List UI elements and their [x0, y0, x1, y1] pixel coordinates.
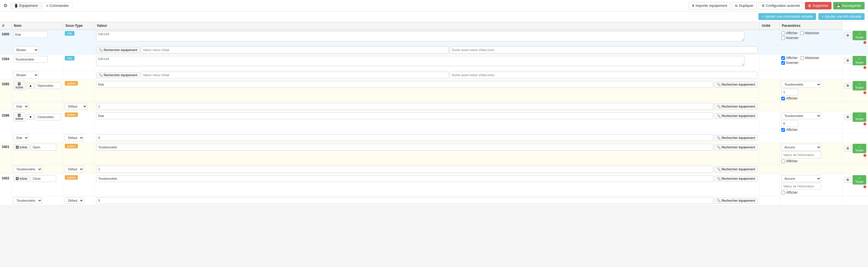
config-btn-3395[interactable]: ⚙ [844, 83, 851, 89]
config-btn-3394[interactable]: ⚙ [844, 58, 851, 64]
afficher-check-3400[interactable] [781, 31, 785, 35]
rechercher2-btn-3396[interactable]: 🔍 Rechercher équipement [714, 135, 757, 141]
retour-etat-input-3400[interactable] [141, 46, 449, 53]
sauvegarder-button[interactable]: 💾 Sauvegarder [833, 2, 865, 9]
params-select-3401[interactable]: Aucune Touslesvolets [781, 144, 821, 151]
soustype-select-3402[interactable]: Défaut [65, 197, 84, 204]
tester-btn-3400[interactable]: ✓ Tester [852, 31, 866, 40]
etat-input-3396[interactable] [96, 112, 713, 119]
config-btn-3402[interactable]: ⚙ [844, 177, 851, 183]
tester-btn-3394[interactable]: ✓ Tester [852, 56, 866, 65]
etat-input-3401[interactable] [96, 144, 713, 151]
etat-select-3395[interactable]: Etat [13, 103, 29, 110]
etat-select-3401[interactable]: Touslesvolets [13, 166, 42, 173]
add-cmd-virtuelle-button[interactable]: + Ajouter une commande virtuelle [758, 13, 816, 20]
supprimer-button[interactable]: 🗑 Supprimer [805, 2, 832, 9]
afficher-check-3396[interactable] [781, 128, 785, 132]
nom-input-3401[interactable] [31, 144, 56, 151]
rechercher1-btn-3395[interactable]: 🔍 Rechercher équipement [714, 81, 757, 88]
etat-input-3402[interactable] [96, 175, 713, 182]
tester-btn-3402[interactable]: ✓ Tester [852, 175, 866, 185]
rechercher-btn-3394[interactable]: 🔍 Rechercher équipement [96, 72, 140, 78]
inverser-label-3400[interactable]: Inverser [781, 36, 798, 40]
afficher-label-3401[interactable]: Afficher [781, 159, 840, 163]
nom-input-3396[interactable] [35, 113, 61, 121]
add-info-virtuelle-button[interactable]: + Ajouter une info virtuelle [818, 13, 865, 20]
inverser-check-3394[interactable] [781, 61, 785, 65]
config-btn-3400[interactable]: ⚙ [844, 33, 851, 38]
nom-input-3400[interactable] [13, 31, 48, 38]
tester-btn-3401[interactable]: ✓ Tester [852, 144, 866, 153]
icone-btn-3401[interactable]: 🖼 Icône [13, 144, 30, 150]
rechercher2-btn-3402[interactable]: 🔍 Rechercher équipement [714, 198, 757, 204]
retour-val-input-3402[interactable] [96, 197, 713, 204]
arrow-down-btn-3396[interactable]: ▼ [27, 114, 34, 120]
afficher-label-3402[interactable]: Afficher [781, 191, 840, 195]
rechercher1-btn-3396[interactable]: 🔍 Rechercher équipement [714, 113, 757, 119]
rechercher1-btn-3402[interactable]: 🔍 Rechercher équipement [714, 176, 757, 182]
etat-input-3395[interactable] [96, 81, 713, 88]
icone-btn-3396[interactable]: 🖼 Icône [13, 112, 26, 122]
calcul-textarea-3400[interactable]: Calcul [96, 31, 744, 41]
nom-input-3402[interactable] [31, 175, 56, 182]
config-btn-3401[interactable]: ⚙ [844, 145, 851, 152]
retour-val-input-3401[interactable] [96, 166, 713, 173]
row-3395-soustype: action [63, 80, 94, 102]
rechercher2-btn-3395[interactable]: 🔍 Rechercher équipement [714, 104, 757, 109]
params-input-3396[interactable] [781, 120, 798, 127]
rechercher-btn-3400[interactable]: 🔍 Rechercher équipement [96, 47, 140, 53]
inverser-check-3400[interactable] [781, 36, 785, 40]
afficher-label-3400[interactable]: Afficher [781, 31, 798, 35]
icone-btn-3395[interactable]: 🖼 Icône [13, 81, 26, 90]
soustype-select-3395[interactable]: Défaut Curseur Message [65, 103, 87, 110]
params-select-3396[interactable]: Touslesvolets Aucune [781, 112, 821, 119]
afficher-check-3402[interactable] [781, 191, 785, 195]
nom-input-3394[interactable] [13, 56, 48, 63]
soustype-select-3394[interactable]: Binaire Numérique Autre [13, 72, 38, 78]
nom-input-3395[interactable] [35, 82, 61, 89]
inverser-label-3394[interactable]: Inverser [781, 61, 798, 65]
etat-select-3402[interactable]: Touslesvolets [13, 197, 42, 204]
afficher-check-3394[interactable] [781, 56, 785, 60]
afficher-label-3395[interactable]: Afficher [781, 96, 840, 100]
params-select-3395[interactable]: Touslesvolets Aucune [781, 81, 821, 88]
soustype-select-3401[interactable]: Défaut [65, 166, 84, 173]
tab-commandes[interactable]: ≡ Commandes [42, 2, 72, 9]
retour-val-input-3396[interactable] [96, 134, 713, 141]
afficher-check-3401[interactable] [781, 160, 785, 163]
rechercher2-btn-3401[interactable]: 🔍 Rechercher équipement [714, 166, 757, 172]
afficher-check-3395[interactable] [781, 97, 785, 100]
importer-button[interactable]: ⬇ Importer équipement [688, 2, 731, 9]
params-input-3401[interactable] [781, 152, 821, 158]
retour-etat-input-3394[interactable] [141, 72, 449, 78]
badge-action-3402: action [65, 175, 78, 180]
tester-btn-3396[interactable]: ✓ Tester [852, 112, 866, 122]
config-btn-3396[interactable]: ⚙ [844, 114, 851, 120]
params-section-3395: Touslesvolets Aucune Afficher [781, 81, 840, 100]
params-input-3395[interactable] [781, 89, 798, 96]
soustype-select-3400[interactable]: Binaire Numérique Autre [13, 46, 38, 53]
historiser-check-3394[interactable] [800, 56, 804, 60]
afficher-label-3394[interactable]: Afficher [781, 56, 798, 60]
dupliquer-button[interactable]: ⧉ Dupliquer [732, 2, 756, 9]
params-input-3402[interactable] [781, 183, 821, 190]
retour-val-input-3395[interactable] [96, 103, 713, 110]
afficher-label-3396[interactable]: Afficher [781, 128, 840, 132]
rechercher1-btn-3401[interactable]: 🔍 Rechercher équipement [714, 144, 757, 150]
config-avancee-button[interactable]: ⚙ Configuration avancée [758, 2, 803, 9]
soustype-select-3396[interactable]: Défaut [65, 134, 84, 141]
arrow-up-btn-3395[interactable]: ▲ [27, 83, 34, 89]
params-select-3402[interactable]: Aucune Touslesvolets [781, 175, 821, 182]
etat-select-3396[interactable]: Etat [13, 134, 29, 141]
row-3402-nom: 🖼 Icône [11, 174, 63, 196]
row-3396-nom: 🖼 Icône ▼ [11, 111, 63, 133]
historiser-label-3400[interactable]: Historiser [800, 31, 819, 35]
tester-btn-3395[interactable]: ✓ Tester [852, 81, 866, 91]
tab-equipement[interactable]: 📱 Equipement [10, 2, 41, 9]
calcul-textarea-3394[interactable]: Calcul [96, 56, 744, 66]
duree-retour-input-3400[interactable] [450, 46, 757, 53]
historiser-label-3394[interactable]: Historiser [800, 56, 819, 60]
historiser-check-3400[interactable] [800, 31, 804, 35]
icone-btn-3402[interactable]: 🖼 Icône [13, 176, 30, 181]
duree-retour-input-3394[interactable] [450, 72, 757, 78]
